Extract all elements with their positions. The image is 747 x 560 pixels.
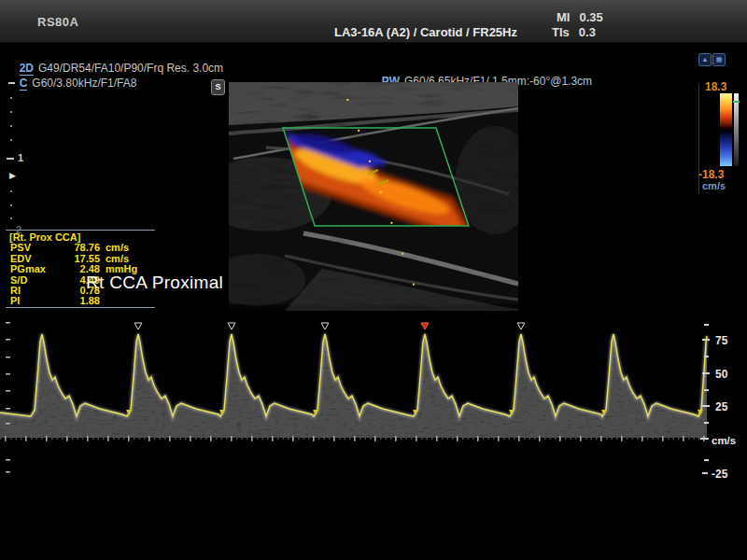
color-scale-max: 18.3 <box>705 80 726 93</box>
spectral-waveform <box>0 334 707 473</box>
gray-scale-marker <box>733 101 740 103</box>
mi-readout: MI0.35 <box>557 10 603 24</box>
annotation-text: Rt CCA Proximal <box>86 273 223 293</box>
measurement-panel: [Rt. Prox CCA] PSV78.76cm/s EDV17.55cm/s… <box>6 230 155 308</box>
color-scale-unit: cm/s <box>702 180 726 191</box>
scale-unit: cm/s <box>712 435 736 446</box>
bodymarker-thumbnail-icon[interactable]: ▦ <box>712 53 726 66</box>
scale-neg25: -25 <box>712 468 728 481</box>
scale-50: 50 <box>715 368 728 381</box>
probe-exam-info: LA3-16A (A2) / Carotid / FR25Hz <box>334 25 517 39</box>
machine-model: RS80A <box>37 15 78 29</box>
measurement-row: PI1.88 <box>6 296 155 306</box>
scale-25: 25 <box>715 400 728 413</box>
bmode-image <box>229 82 518 311</box>
mi-label: MI <box>557 10 570 24</box>
selected-peak-marker <box>421 323 429 329</box>
color-params-line: CG60/3.80kHz/F1/FA8 <box>13 63 136 90</box>
color-param-text: G60/3.80kHz/F1/FA8 <box>32 77 136 90</box>
clipboard-thumbnail-icon[interactable]: ▲ <box>698 53 712 66</box>
mi-value: 0.35 <box>579 10 602 24</box>
gray-scale-bar <box>734 93 739 166</box>
pw-spectral-display: 75 50 25 cm/s -25 <box>0 319 747 485</box>
color-scale-min: -18.3 <box>698 168 724 181</box>
color-mode-label[interactable]: C <box>20 77 28 91</box>
focus-marker-icon[interactable]: ▶ <box>9 172 16 180</box>
ultrasound-screen: { "header": { "model": "RS80A", "exam_in… <box>0 0 747 560</box>
scale-75: 75 <box>715 334 728 347</box>
depth-tick-1 <box>7 158 14 160</box>
orientation-badge: S <box>211 79 225 95</box>
depth-mark-1: 1 <box>18 152 23 163</box>
color-scale-bar <box>720 93 732 166</box>
tis-label: TIs <box>552 25 570 39</box>
top-bar: RS80A LA3-16A (A2) / Carotid / FR25Hz MI… <box>0 0 747 43</box>
depth-tick-0 <box>8 82 15 84</box>
tis-readout: TIs0.3 <box>552 25 596 39</box>
tis-value: 0.3 <box>579 25 596 39</box>
systolic-peak-markers <box>134 323 525 329</box>
